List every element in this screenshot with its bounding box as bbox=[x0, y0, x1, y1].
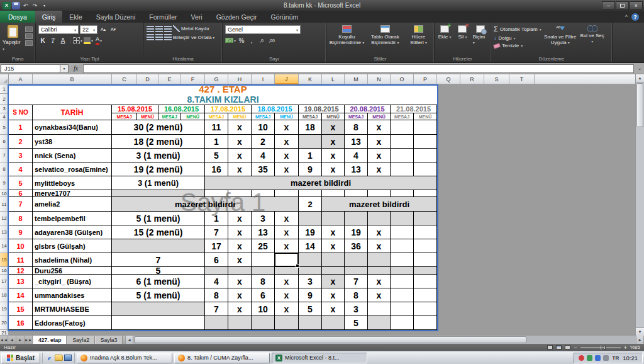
row-header-12[interactable]: 12 bbox=[0, 212, 9, 225]
cell-K16[interactable] bbox=[299, 267, 322, 275]
cell-B18[interactable]: ummandakises bbox=[33, 288, 112, 302]
sort-filter-button[interactable]: Sırala ve Filtre Uygula ▾ bbox=[544, 25, 577, 45]
cell-G15[interactable]: 6 bbox=[205, 253, 228, 267]
cell-G12[interactable]: 1 bbox=[205, 212, 228, 225]
cell-B9[interactable]: mylittleboys bbox=[33, 176, 112, 190]
cell-K17[interactable]: 3 bbox=[299, 275, 322, 288]
ribbon-tab-Gözden Geçir[interactable]: Gözden Geçir bbox=[209, 11, 264, 23]
cell-H17[interactable]: x bbox=[228, 275, 252, 288]
header-tarih[interactable]: TARİH bbox=[33, 105, 112, 120]
cell-A12[interactable]: 8 bbox=[9, 212, 33, 225]
scroll-down-icon[interactable]: ▼ bbox=[636, 327, 644, 336]
sheet-tab-Sayfa2[interactable]: Sayfa2 bbox=[67, 336, 94, 344]
cell-J13[interactable]: x bbox=[275, 225, 299, 239]
header-menu-2[interactable]: MENÜ bbox=[181, 113, 205, 120]
ribbon-tab-Sayfa Düzeni[interactable]: Sayfa Düzeni bbox=[89, 11, 142, 23]
cell-P16[interactable] bbox=[414, 267, 437, 275]
delete-cells-button[interactable]: Sil ▾ bbox=[455, 25, 470, 40]
cell-P6[interactable] bbox=[414, 135, 437, 149]
format-cells-button[interactable]: Biçim ▾ bbox=[473, 25, 488, 45]
cell-I10[interactable] bbox=[252, 190, 275, 197]
cell-N8[interactable]: x bbox=[368, 162, 391, 176]
internet-explorer-icon[interactable]: e bbox=[45, 354, 53, 362]
header-date-21.08.2015[interactable]: 21.08.2015 bbox=[391, 105, 437, 113]
fill-color-button[interactable]: ▾ bbox=[84, 36, 93, 45]
task-button-8. Takım / CUMA Zayıfla...[interactable]: 8. Takım / CUMA Zayıfla... bbox=[174, 353, 270, 363]
cell-L6[interactable]: x bbox=[322, 135, 345, 149]
ribbon-tab-Görünüm[interactable]: Görünüm bbox=[264, 11, 305, 23]
cell-P15[interactable] bbox=[414, 253, 437, 267]
column-header-S[interactable]: S bbox=[484, 74, 509, 84]
borders-button[interactable]: ▾ bbox=[73, 36, 82, 45]
cell-M17[interactable]: 7 bbox=[345, 275, 368, 288]
cell-N12[interactable] bbox=[368, 212, 391, 225]
cell-K10[interactable] bbox=[299, 190, 322, 197]
cell-I12[interactable]: 3 bbox=[252, 212, 275, 225]
cell-H18[interactable]: x bbox=[228, 288, 252, 302]
cell-M16[interactable] bbox=[345, 267, 368, 275]
cell-C10[interactable] bbox=[112, 190, 205, 197]
cell-O6[interactable] bbox=[391, 135, 414, 149]
cell-J10[interactable] bbox=[275, 190, 299, 197]
cell-N6[interactable]: x bbox=[368, 135, 391, 149]
page-break-view-icon[interactable] bbox=[565, 345, 570, 350]
header-mesaj-6[interactable]: MESAJ bbox=[345, 113, 368, 120]
cell-G13[interactable]: 7 bbox=[205, 225, 228, 239]
cell-A15[interactable]: 11 bbox=[9, 253, 33, 267]
minimize-button[interactable]: – bbox=[602, 1, 615, 9]
cell-I13[interactable]: 13 bbox=[252, 225, 275, 239]
cell-I19[interactable]: 10 bbox=[252, 302, 275, 316]
cell-J19[interactable]: x bbox=[275, 302, 299, 316]
scroll-right-icon[interactable]: ► bbox=[636, 336, 644, 344]
cell-K15[interactable] bbox=[299, 253, 322, 267]
row-header-1[interactable]: 1 bbox=[0, 84, 9, 94]
cell-G17[interactable]: 4 bbox=[205, 275, 228, 288]
header-date-17.08.2015[interactable]: 17.08.2015 bbox=[205, 105, 252, 113]
vertical-scroll-thumb[interactable] bbox=[636, 83, 643, 127]
cell-H12[interactable]: x bbox=[228, 212, 252, 225]
cell-O14[interactable] bbox=[391, 239, 414, 253]
sheet-tab-Sayfa3[interactable]: Sayfa3 bbox=[95, 336, 123, 344]
cell-H13[interactable]: x bbox=[228, 225, 252, 239]
autosum-button[interactable]: ΣOtomatik Toplam▾ bbox=[494, 25, 541, 33]
scroll-up-icon[interactable]: ▲ bbox=[636, 74, 644, 82]
cell-L19[interactable]: x bbox=[322, 302, 345, 316]
zoom-thumb[interactable] bbox=[604, 346, 606, 350]
cell-C5[interactable]: 30 (2 menü) bbox=[112, 120, 205, 135]
cell-A13[interactable]: 9 bbox=[9, 225, 33, 239]
column-header-I[interactable]: I bbox=[252, 74, 275, 84]
cell-M14[interactable]: 36 bbox=[345, 239, 368, 253]
cell-L12[interactable] bbox=[322, 212, 345, 225]
cell-K12[interactable] bbox=[299, 212, 322, 225]
bold-button[interactable]: K bbox=[38, 36, 47, 45]
align-top-icon[interactable] bbox=[147, 26, 154, 32]
cell-A9[interactable]: 5 bbox=[9, 176, 33, 190]
cell-merged-9[interactable]: 3 (1 menü) bbox=[112, 176, 205, 190]
next-sheet-icon[interactable]: ► bbox=[16, 336, 25, 344]
format-painter-icon[interactable] bbox=[25, 40, 33, 46]
cell-H6[interactable]: x bbox=[228, 135, 252, 149]
header-mesaj-2[interactable]: MESAJ bbox=[158, 113, 181, 120]
copy-icon[interactable] bbox=[25, 33, 33, 39]
increase-font-icon[interactable]: A▴ bbox=[99, 25, 108, 34]
cell-N13[interactable]: x bbox=[368, 225, 391, 239]
cell-B12[interactable]: tembelpembefil bbox=[33, 212, 112, 225]
cell-G6[interactable]: 1 bbox=[205, 135, 228, 149]
insert-cells-button[interactable]: Ekle ▾ bbox=[437, 25, 452, 40]
cell-L7[interactable]: x bbox=[322, 149, 345, 162]
header-date-20.08.2015[interactable]: 20.08.2015 bbox=[345, 105, 391, 113]
ribbon-tab-Ekle[interactable]: Ekle bbox=[62, 11, 89, 23]
row-header-18[interactable]: 18 bbox=[0, 288, 9, 302]
cell-I18[interactable]: 6 bbox=[252, 288, 275, 302]
cell-H10[interactable] bbox=[228, 190, 252, 197]
qat-dropdown-icon[interactable]: ▾ bbox=[40, 2, 48, 9]
cell-N17[interactable]: x bbox=[368, 275, 391, 288]
cell-J18[interactable]: x bbox=[275, 288, 299, 302]
cell-M7[interactable]: 4 bbox=[345, 149, 368, 162]
font-color-button[interactable]: A▾ bbox=[94, 36, 103, 45]
cell-K7[interactable]: 1 bbox=[299, 149, 322, 162]
cell-K8[interactable]: 9 bbox=[299, 162, 322, 176]
row-header-13[interactable]: 13 bbox=[0, 225, 9, 239]
cell-I8[interactable]: 35 bbox=[252, 162, 275, 176]
cell-C17[interactable]: 6 (1 menü) bbox=[112, 275, 205, 288]
